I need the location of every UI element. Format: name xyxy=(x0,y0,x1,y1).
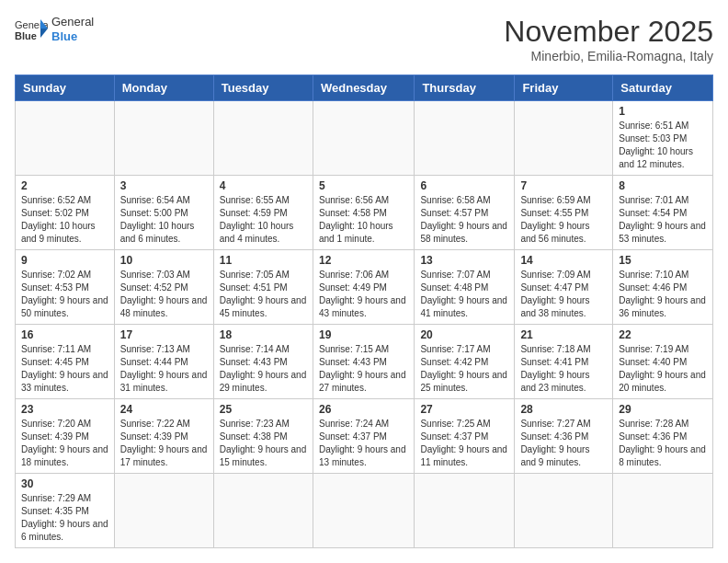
calendar-week-row: 30Sunrise: 7:29 AM Sunset: 4:35 PM Dayli… xyxy=(16,474,713,548)
day-number: 7 xyxy=(520,179,607,192)
calendar-cell: 5Sunrise: 6:56 AM Sunset: 4:58 PM Daylig… xyxy=(313,176,414,250)
calendar-cell xyxy=(515,101,613,176)
day-number: 11 xyxy=(220,254,307,267)
column-header-friday: Friday xyxy=(515,75,613,101)
day-number: 9 xyxy=(21,254,108,267)
day-info: Sunrise: 7:22 AM Sunset: 4:39 PM Dayligh… xyxy=(120,418,208,469)
day-info: Sunrise: 6:54 AM Sunset: 5:00 PM Dayligh… xyxy=(120,194,208,246)
day-info: Sunrise: 6:51 AM Sunset: 5:03 PM Dayligh… xyxy=(619,120,707,171)
calendar-cell xyxy=(114,474,213,548)
calendar-cell xyxy=(114,101,213,176)
title-area: November 2025 Minerbio, Emilia-Romagna, … xyxy=(504,15,713,63)
day-info: Sunrise: 6:52 AM Sunset: 5:02 PM Dayligh… xyxy=(21,194,108,246)
calendar-cell: 29Sunrise: 7:28 AM Sunset: 4:36 PM Dayli… xyxy=(613,399,713,474)
day-number: 4 xyxy=(220,179,307,192)
day-number: 6 xyxy=(420,179,508,192)
generalblue-logo-icon: General Blue xyxy=(15,16,48,43)
day-number: 22 xyxy=(619,328,707,341)
calendar-cell xyxy=(16,101,115,176)
day-number: 23 xyxy=(21,403,108,416)
calendar-week-row: 9Sunrise: 7:02 AM Sunset: 4:53 PM Daylig… xyxy=(16,250,713,325)
calendar-week-row: 1Sunrise: 6:51 AM Sunset: 5:03 PM Daylig… xyxy=(16,101,713,176)
calendar-cell xyxy=(515,474,613,548)
calendar-cell xyxy=(313,474,414,548)
day-info: Sunrise: 7:23 AM Sunset: 4:38 PM Dayligh… xyxy=(220,418,307,469)
calendar-week-row: 2Sunrise: 6:52 AM Sunset: 5:02 PM Daylig… xyxy=(16,176,713,250)
day-number: 24 xyxy=(120,403,208,416)
column-header-thursday: Thursday xyxy=(415,75,515,101)
day-number: 8 xyxy=(619,179,707,192)
day-info: Sunrise: 7:27 AM Sunset: 4:36 PM Dayligh… xyxy=(520,418,607,469)
calendar-cell: 25Sunrise: 7:23 AM Sunset: 4:38 PM Dayli… xyxy=(213,399,313,474)
day-info: Sunrise: 7:06 AM Sunset: 4:49 PM Dayligh… xyxy=(319,269,408,320)
day-number: 13 xyxy=(420,254,508,267)
day-info: Sunrise: 7:01 AM Sunset: 4:54 PM Dayligh… xyxy=(619,194,707,246)
day-number: 20 xyxy=(420,328,508,341)
day-number: 16 xyxy=(21,328,108,341)
day-number: 1 xyxy=(619,105,707,118)
calendar-cell xyxy=(415,101,515,176)
calendar-cell: 8Sunrise: 7:01 AM Sunset: 4:54 PM Daylig… xyxy=(613,176,713,250)
day-number: 5 xyxy=(319,179,408,192)
calendar-week-row: 16Sunrise: 7:11 AM Sunset: 4:45 PM Dayli… xyxy=(16,325,713,399)
day-number: 29 xyxy=(619,403,707,416)
day-number: 17 xyxy=(120,328,208,341)
day-info: Sunrise: 6:58 AM Sunset: 4:57 PM Dayligh… xyxy=(420,194,508,246)
calendar-cell xyxy=(613,474,713,548)
calendar-cell: 26Sunrise: 7:24 AM Sunset: 4:37 PM Dayli… xyxy=(313,399,414,474)
header: General Blue General Blue November 2025 … xyxy=(15,15,713,63)
calendar-cell: 21Sunrise: 7:18 AM Sunset: 4:41 PM Dayli… xyxy=(515,325,613,399)
calendar-cell: 7Sunrise: 6:59 AM Sunset: 4:55 PM Daylig… xyxy=(515,176,613,250)
calendar-cell: 17Sunrise: 7:13 AM Sunset: 4:44 PM Dayli… xyxy=(114,325,213,399)
day-number: 12 xyxy=(319,254,408,267)
day-info: Sunrise: 7:20 AM Sunset: 4:39 PM Dayligh… xyxy=(21,418,108,469)
day-info: Sunrise: 6:55 AM Sunset: 4:59 PM Dayligh… xyxy=(220,194,307,246)
calendar-cell: 28Sunrise: 7:27 AM Sunset: 4:36 PM Dayli… xyxy=(515,399,613,474)
day-info: Sunrise: 7:28 AM Sunset: 4:36 PM Dayligh… xyxy=(619,418,707,469)
calendar-week-row: 23Sunrise: 7:20 AM Sunset: 4:39 PM Dayli… xyxy=(16,399,713,474)
calendar-cell: 15Sunrise: 7:10 AM Sunset: 4:46 PM Dayli… xyxy=(613,250,713,325)
day-info: Sunrise: 7:03 AM Sunset: 4:52 PM Dayligh… xyxy=(120,269,208,320)
calendar-cell: 18Sunrise: 7:14 AM Sunset: 4:43 PM Dayli… xyxy=(213,325,313,399)
day-number: 21 xyxy=(520,328,607,341)
day-number: 10 xyxy=(120,254,208,267)
calendar-cell: 13Sunrise: 7:07 AM Sunset: 4:48 PM Dayli… xyxy=(415,250,515,325)
calendar-cell xyxy=(213,101,313,176)
calendar-cell: 19Sunrise: 7:15 AM Sunset: 4:43 PM Dayli… xyxy=(313,325,414,399)
column-header-monday: Monday xyxy=(114,75,213,101)
logo: General Blue General Blue xyxy=(15,15,94,43)
calendar-cell: 1Sunrise: 6:51 AM Sunset: 5:03 PM Daylig… xyxy=(613,101,713,176)
day-info: Sunrise: 7:02 AM Sunset: 4:53 PM Dayligh… xyxy=(21,269,108,320)
day-info: Sunrise: 7:18 AM Sunset: 4:41 PM Dayligh… xyxy=(520,343,607,395)
calendar-cell: 24Sunrise: 7:22 AM Sunset: 4:39 PM Dayli… xyxy=(114,399,213,474)
calendar-cell: 6Sunrise: 6:58 AM Sunset: 4:57 PM Daylig… xyxy=(415,176,515,250)
calendar-cell: 14Sunrise: 7:09 AM Sunset: 4:47 PM Dayli… xyxy=(515,250,613,325)
day-info: Sunrise: 6:56 AM Sunset: 4:58 PM Dayligh… xyxy=(319,194,408,246)
calendar-cell: 12Sunrise: 7:06 AM Sunset: 4:49 PM Dayli… xyxy=(313,250,414,325)
calendar-cell: 27Sunrise: 7:25 AM Sunset: 4:37 PM Dayli… xyxy=(415,399,515,474)
calendar-cell: 20Sunrise: 7:17 AM Sunset: 4:42 PM Dayli… xyxy=(415,325,515,399)
day-info: Sunrise: 7:14 AM Sunset: 4:43 PM Dayligh… xyxy=(220,343,307,395)
location-subtitle: Minerbio, Emilia-Romagna, Italy xyxy=(504,49,713,63)
calendar-cell: 4Sunrise: 6:55 AM Sunset: 4:59 PM Daylig… xyxy=(213,176,313,250)
calendar-cell: 3Sunrise: 6:54 AM Sunset: 5:00 PM Daylig… xyxy=(114,176,213,250)
calendar-cell xyxy=(213,474,313,548)
day-number: 15 xyxy=(619,254,707,267)
calendar-cell: 10Sunrise: 7:03 AM Sunset: 4:52 PM Dayli… xyxy=(114,250,213,325)
day-number: 26 xyxy=(319,403,408,416)
day-info: Sunrise: 7:15 AM Sunset: 4:43 PM Dayligh… xyxy=(319,343,408,395)
day-info: Sunrise: 7:10 AM Sunset: 4:46 PM Dayligh… xyxy=(619,269,707,320)
month-title: November 2025 xyxy=(504,15,713,49)
day-info: Sunrise: 7:29 AM Sunset: 4:35 PM Dayligh… xyxy=(21,492,108,544)
logo-text-general: General xyxy=(51,15,94,29)
calendar-cell: 16Sunrise: 7:11 AM Sunset: 4:45 PM Dayli… xyxy=(16,325,115,399)
calendar-cell xyxy=(313,101,414,176)
day-number: 18 xyxy=(220,328,307,341)
day-info: Sunrise: 7:09 AM Sunset: 4:47 PM Dayligh… xyxy=(520,269,607,320)
day-info: Sunrise: 7:13 AM Sunset: 4:44 PM Dayligh… xyxy=(120,343,208,395)
logo-text-blue: Blue xyxy=(51,29,94,44)
day-number: 27 xyxy=(420,403,508,416)
day-number: 3 xyxy=(120,179,208,192)
column-header-tuesday: Tuesday xyxy=(213,75,313,101)
day-number: 28 xyxy=(520,403,607,416)
